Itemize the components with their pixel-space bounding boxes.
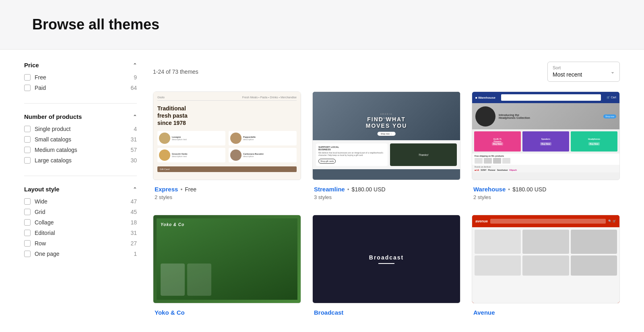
checkbox-row[interactable]: [24, 240, 31, 247]
filter-medium-catalogs-label[interactable]: Medium catalogs: [35, 147, 77, 153]
warehouse-brands: Brands we distribute ■ LG SONY Pioneer S…: [472, 165, 619, 172]
filter-one-page-count: 1: [134, 251, 137, 257]
filter-wide-label[interactable]: Wide: [35, 198, 47, 205]
filter-price: Price ⌃ Free 9 Paid 64: [24, 62, 137, 104]
checkbox-collage[interactable]: [24, 219, 31, 226]
checkbox-small-catalogs[interactable]: [24, 136, 31, 143]
theme-preview-warehouse: ■ Warehouse 🛒 Cart Introducing theHeadph…: [472, 91, 620, 180]
theme-preview-yoko: Yoko & Co: [153, 215, 301, 303]
warehouse-price: $180.00 USD: [512, 186, 546, 193]
filter-row-label[interactable]: Row: [35, 240, 46, 247]
filter-medium-catalogs: Medium catalogs 57: [24, 147, 137, 153]
filter-price-header[interactable]: Price ⌃: [24, 62, 137, 68]
streamline-link[interactable]: Streamline: [314, 186, 345, 193]
filter-collage-label[interactable]: Collage: [35, 219, 54, 226]
checkbox-one-page[interactable]: [24, 251, 31, 257]
filter-price-label: Price: [24, 62, 39, 68]
theme-card-broadcast[interactable]: Broadcast Broadcast: [312, 215, 460, 321]
chevron-up-icon-layout: ⌃: [133, 187, 137, 192]
filter-large-catalogs-count: 30: [130, 157, 137, 164]
chevron-up-icon: ⌃: [133, 62, 137, 68]
filter-layout-label: Layout style: [24, 186, 60, 193]
filter-grid: Grid 45: [24, 209, 137, 215]
theme-card-yoko[interactable]: Yoko & Co Yoko & Co: [153, 215, 301, 321]
filter-layout-header[interactable]: Layout style ⌃: [24, 186, 137, 193]
streamline-info: Streamline • $180.00 USD 3 styles: [312, 180, 460, 203]
broadcast-info: Broadcast: [312, 303, 460, 321]
warehouse-link[interactable]: Warehouse: [473, 186, 506, 193]
filter-single-product-label[interactable]: Single product: [35, 126, 71, 132]
filter-small-catalogs-count: 31: [130, 136, 137, 143]
streamline-price: $180.00 USD: [352, 186, 386, 193]
warehouse-hero: Introducing theHeadphones Collection Sho…: [472, 103, 619, 129]
filter-editorial: Editorial 31: [24, 230, 137, 236]
avenue-link[interactable]: Avenue: [473, 309, 495, 316]
filter-grid-label[interactable]: Grid: [35, 209, 45, 215]
theme-card-express[interactable]: Giulio Fresh Meals • Pasta • Drinks • Me…: [153, 91, 301, 203]
express-nav: Giulio Fresh Meals • Pasta • Drinks • Me…: [157, 96, 297, 101]
checkbox-editorial[interactable]: [24, 230, 31, 236]
filter-paid-label[interactable]: Paid: [35, 85, 46, 91]
filter-row: Row 27: [24, 240, 137, 247]
sort-value: Most recent: [553, 71, 582, 78]
filter-editorial-count: 31: [130, 230, 137, 236]
chevron-down-icon: ⌄: [611, 69, 615, 75]
content-area: 1-24 of 73 themes Sort Most recent ⌄ Giu…: [153, 62, 620, 321]
filter-layout-style: Layout style ⌃ Wide 47 Grid 45: [24, 186, 137, 269]
checkbox-paid[interactable]: [24, 85, 31, 91]
themes-count: 1-24 of 73 themes: [153, 68, 198, 75]
express-price: Free: [185, 186, 196, 193]
filter-paid-count: 64: [130, 85, 137, 91]
yoko-link[interactable]: Yoko & Co: [155, 309, 185, 316]
filter-medium-catalogs-count: 57: [130, 147, 137, 153]
page-header: Browse all themes: [0, 0, 644, 50]
checkbox-medium-catalogs[interactable]: [24, 147, 31, 153]
streamline-bottom: SUPPORT LOCALBUSINESS We believe that lo…: [313, 140, 460, 169]
filter-collage: Collage 18: [24, 219, 137, 226]
theme-card-warehouse[interactable]: ■ Warehouse 🛒 Cart Introducing theHeadph…: [472, 91, 620, 203]
broadcast-link[interactable]: Broadcast: [314, 309, 343, 316]
filter-wide-count: 47: [130, 198, 137, 205]
filter-grid-count: 45: [130, 209, 137, 215]
themes-grid: Giulio Fresh Meals • Pasta • Drinks • Me…: [153, 91, 620, 321]
express-gift-card: Gift Card: [157, 166, 297, 172]
checkbox-wide[interactable]: [24, 198, 31, 205]
theme-preview-broadcast: Broadcast: [312, 215, 460, 303]
filter-paid: Paid 64: [24, 85, 137, 91]
checkbox-large-catalogs[interactable]: [24, 157, 31, 164]
sort-label: Sort: [553, 65, 582, 70]
theme-card-avenue[interactable]: avenue 🔍 🛒: [472, 215, 620, 321]
filter-wide: Wide 47: [24, 198, 137, 205]
express-link[interactable]: Express: [155, 186, 178, 193]
checkbox-free[interactable]: [24, 74, 31, 81]
filter-small-catalogs-label[interactable]: Small catalogs: [35, 136, 71, 143]
checkbox-single-product[interactable]: [24, 126, 31, 132]
express-styles: 2 styles: [155, 194, 299, 200]
streamline-tagline: FIND WHATMOVES YOU Shop now →: [366, 116, 407, 136]
filter-free-label[interactable]: Free: [35, 74, 46, 81]
warehouse-color-blocks: GLZE 71FlowersBuy Now SpeakersBuy Now He…: [472, 129, 619, 154]
filter-row-count: 27: [130, 240, 137, 247]
sort-dropdown[interactable]: Sort Most recent ⌄: [547, 62, 620, 82]
theme-preview-streamline: ARADIA Shop • About • Contact FIND WHATM…: [312, 91, 460, 180]
filter-one-page-label[interactable]: One page: [35, 251, 60, 257]
filter-free: Free 9: [24, 74, 137, 81]
filter-editorial-label[interactable]: Editorial: [35, 230, 55, 236]
express-info: Express • Free 2 styles: [153, 180, 301, 203]
sidebar-filters: Price ⌃ Free 9 Paid 64 Number of: [24, 62, 137, 321]
main-layout: Price ⌃ Free 9 Paid 64 Number of: [0, 50, 644, 332]
warehouse-featured: Free shipping on 50+ products: [472, 154, 619, 165]
filter-products-label: Number of products: [24, 113, 82, 120]
filter-small-catalogs: Small catalogs 31: [24, 136, 137, 143]
warehouse-header: ■ Warehouse 🛒 Cart: [472, 92, 619, 103]
filter-one-page: One page 1: [24, 251, 137, 257]
filter-large-catalogs-label[interactable]: Large catalogs: [35, 157, 72, 164]
content-top-bar: 1-24 of 73 themes Sort Most recent ⌄: [153, 62, 620, 82]
theme-card-streamline[interactable]: ARADIA Shop • About • Contact FIND WHATM…: [312, 91, 460, 203]
page-title: Browse all themes: [32, 16, 612, 33]
express-products2: Gnocchi Verdedescription text Carbonara …: [157, 148, 297, 162]
filter-products-header[interactable]: Number of products ⌃: [24, 113, 137, 120]
checkbox-grid[interactable]: [24, 209, 31, 215]
chevron-up-icon-products: ⌃: [133, 114, 137, 120]
filter-large-catalogs: Large catalogs 30: [24, 157, 137, 164]
